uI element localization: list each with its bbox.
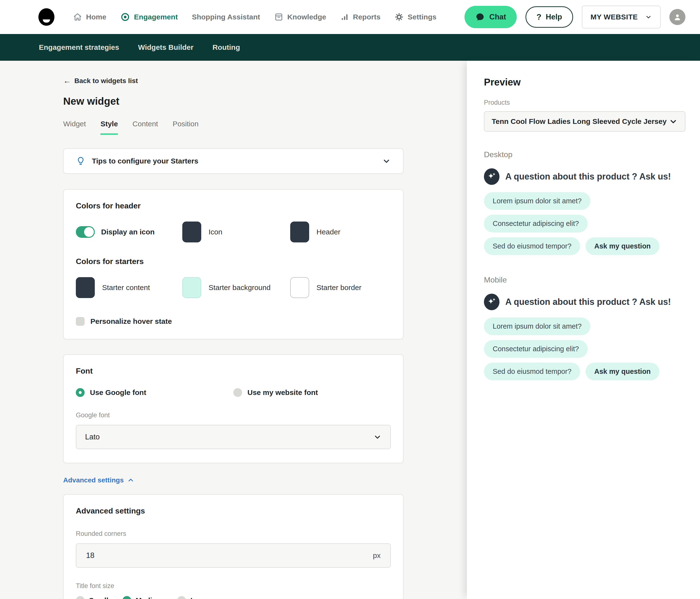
starter-pill[interactable]: Sed do eiusmod tempor? [484,237,580,255]
starter-colors-row: Starter content Starter background Start… [76,277,391,298]
starter-pill[interactable]: Sed do eiusmod tempor? [484,363,580,381]
widget-preview-title: A question about this product ? Ask us! [505,297,671,307]
starter-pill[interactable]: Consectetur adipiscing elit? [484,215,588,232]
desktop-widget-preview: A question about this product ? Ask us! … [484,168,685,255]
tips-label: Tips to configure your Starters [92,157,376,165]
nav-item-settings[interactable]: Settings [395,12,436,22]
size-option-label: Small [89,596,108,599]
subnav-item-widgets-builder[interactable]: Widgets Builder [138,43,194,52]
tab-widget[interactable]: Widget [63,120,86,135]
google-font-option[interactable]: Use Google font [76,388,233,397]
size-option-label: Large [190,596,210,599]
website-font-option[interactable]: Use my website font [233,388,391,397]
nav-item-engagement[interactable]: Engagement [120,12,178,22]
header-color-swatch[interactable] [290,222,309,242]
display-icon-toggle[interactable] [76,226,95,238]
preview-panel: Preview Products Tenn Cool Flow Ladies L… [467,61,700,599]
back-to-widgets-link[interactable]: ← Back to widgets list [63,76,138,85]
starter-pill[interactable]: Lorem ipsum dolor sit amet? [484,192,591,210]
radio-unselected-icon[interactable] [177,596,186,599]
page-title: New widget [63,96,403,107]
chat-label: Chat [489,12,506,21]
personalize-hover-label: Personalize hover state [91,317,172,325]
nav-label: Settings [408,13,436,21]
help-button[interactable]: ? Help [525,6,573,28]
primary-nav: Home Engagement Shopping Assistant Knowl… [73,12,436,22]
product-select[interactable]: Tenn Cool Flow Ladies Long Sleeved Cycle… [484,111,685,132]
radio-selected-icon[interactable] [123,596,131,599]
chat-button[interactable]: Chat [465,6,517,28]
tab-style[interactable]: Style [100,120,118,135]
nav-label: Home [86,13,106,21]
nav-item-shopping-assistant[interactable]: Shopping Assistant [192,13,260,21]
ask-my-question-pill[interactable]: Ask my question [585,363,659,381]
advanced-settings-card: Advanced settings Rounded corners px Tit… [63,494,403,599]
reports-bar-chart-icon [340,12,349,21]
header-color-field: Header [290,222,391,242]
sparkle-icon [484,294,499,310]
google-font-option-label: Use Google font [90,388,146,397]
back-arrow-icon: ← [63,76,71,85]
ask-my-question-pill[interactable]: Ask my question [585,237,659,255]
product-select-value: Tenn Cool Flow Ladies Long Sleeved Cycle… [492,117,669,126]
advanced-settings-title: Advanced settings [76,506,391,516]
title-font-size-label: Title font size [76,582,391,590]
personalize-hover-checkbox[interactable] [76,317,84,326]
starter-background-swatch[interactable] [182,277,201,298]
google-font-field-label: Google font [76,412,391,419]
starter-pill[interactable]: Consectetur adipiscing elit? [484,340,588,358]
chevron-up-icon [127,476,134,484]
chevron-down-icon [669,117,678,126]
starter-background-label: Starter background [208,284,271,292]
title-size-small[interactable]: Small [76,596,108,599]
preview-title: Preview [484,77,685,88]
website-selector[interactable]: MY WEBSITE [582,6,660,28]
widget-preview-title: A question about this product ? Ask us! [505,172,671,182]
starter-content-label: Starter content [102,284,150,292]
nav-label: Reports [353,13,380,21]
starter-pill[interactable]: Lorem ipsum dolor sit amet? [484,317,591,335]
starter-content-field: Starter content [76,277,182,298]
subnav-item-routing[interactable]: Routing [212,43,240,52]
subnav-item-engagement-strategies[interactable]: Engagement strategies [39,43,119,52]
widget-editor: ← Back to widgets list New widget Widget… [0,61,467,599]
title-size-medium[interactable]: Medium [123,596,163,599]
website-font-option-label: Use my website font [247,388,318,397]
rounded-corners-field: px [76,543,391,568]
back-link-label: Back to widgets list [74,77,138,85]
rounded-corners-input[interactable] [86,551,373,560]
google-font-select[interactable]: Lato [76,425,391,449]
question-mark-icon: ? [536,12,541,22]
rounded-corners-unit: px [373,551,381,559]
editor-tabs: Widget Style Content Position [63,120,403,135]
hover-state-row: Personalize hover state [76,317,391,326]
tips-accordion[interactable]: Tips to configure your Starters [63,149,403,174]
logo-smile [43,20,50,23]
nav-item-reports[interactable]: Reports [340,12,380,21]
user-avatar[interactable] [669,9,685,25]
google-font-value: Lato [85,433,373,441]
desktop-preview-label: Desktop [484,150,685,159]
starter-content-swatch[interactable] [76,277,95,298]
chevron-down-icon [645,14,652,20]
mobile-preview-label: Mobile [484,276,685,284]
font-card: Font Use Google font Use my website font… [63,355,403,463]
size-option-label: Medium [135,596,163,599]
knowledge-icon [274,12,283,22]
font-title: Font [76,367,391,375]
nav-item-home[interactable]: Home [73,12,106,22]
nav-item-knowledge[interactable]: Knowledge [274,12,326,22]
gear-icon [395,12,404,22]
icon-color-swatch[interactable] [182,222,201,242]
title-size-large[interactable]: Large [177,596,210,599]
radio-unselected-icon[interactable] [233,388,242,397]
radio-selected-icon[interactable] [76,388,84,397]
top-navigation: Home Engagement Shopping Assistant Knowl… [0,0,700,34]
tab-position[interactable]: Position [173,120,199,135]
display-icon-toggle-row: Display an icon [76,226,182,238]
help-label: Help [546,12,562,21]
starter-border-swatch[interactable] [290,277,309,298]
tab-content[interactable]: Content [132,120,158,135]
radio-unselected-icon[interactable] [76,596,84,599]
advanced-settings-link[interactable]: Advanced settings [63,476,134,484]
